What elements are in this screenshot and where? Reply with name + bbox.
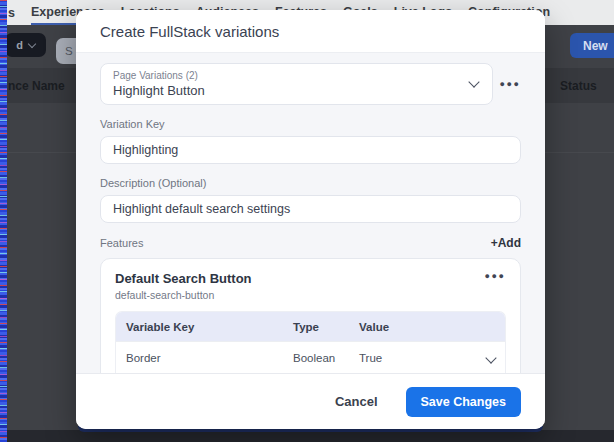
feature-card-title: Default Search Button: [115, 271, 252, 286]
feature-card-key: default-search-button: [115, 289, 252, 301]
variable-type-cell: Boolean: [293, 352, 359, 364]
variable-value-text: True: [359, 352, 382, 364]
search-input-text: S: [65, 45, 73, 57]
page-variations-value: Highlight Button: [113, 83, 480, 99]
new-button[interactable]: New: [570, 33, 614, 58]
save-changes-button[interactable]: Save Changes: [406, 387, 521, 417]
description-input[interactable]: [100, 195, 521, 223]
page-variations-menu-button[interactable]: ●●●: [499, 79, 521, 89]
variables-table: Variable Key Type Value Border Boolean T…: [115, 311, 506, 373]
add-feature-button[interactable]: +Add: [491, 236, 521, 250]
column-header-value: Value: [359, 321, 505, 333]
table-row-border: Border Boolean True: [116, 341, 505, 373]
cancel-button[interactable]: Cancel: [329, 393, 384, 410]
create-fullstack-variations-modal: Create FullStack variations Page Variati…: [76, 10, 545, 429]
modal-footer: Cancel Save Changes: [76, 373, 545, 429]
variables-table-header: Variable Key Type Value: [116, 312, 505, 341]
chevron-down-icon: [485, 352, 496, 363]
variable-key-cell: Border: [116, 352, 293, 364]
filter-dropdown-label: d: [16, 39, 23, 51]
variation-key-input[interactable]: [100, 136, 521, 164]
column-header-type: Type: [293, 321, 359, 333]
modal-body: Page Variations (2) Highlight Button ●●●…: [76, 52, 545, 373]
feature-card: Default Search Button default-search-but…: [100, 258, 521, 373]
variable-value-dropdown[interactable]: True: [359, 352, 505, 364]
page-variations-select[interactable]: Page Variations (2) Highlight Button: [100, 63, 493, 105]
description-label: Description (Optional): [100, 177, 521, 189]
left-glitch-strip: [0, 0, 7, 442]
column-header-experience-name: nce Name: [8, 79, 65, 93]
column-header-variable-key: Variable Key: [116, 321, 293, 333]
modal-title: Create FullStack variations: [100, 23, 279, 40]
modal-header: Create FullStack variations: [76, 10, 545, 52]
variation-key-label: Variation Key: [100, 118, 521, 130]
column-header-status: Status: [560, 79, 597, 93]
chevron-down-icon: [28, 40, 36, 48]
features-section-label: Features: [100, 237, 143, 249]
new-button-label: New: [583, 39, 608, 53]
filter-dropdown-button[interactable]: d: [5, 33, 46, 57]
nav-fragment[interactable]: s: [8, 6, 15, 20]
feature-card-menu-button[interactable]: ●●●: [484, 271, 506, 281]
page-variations-label: Page Variations (2): [113, 69, 480, 82]
